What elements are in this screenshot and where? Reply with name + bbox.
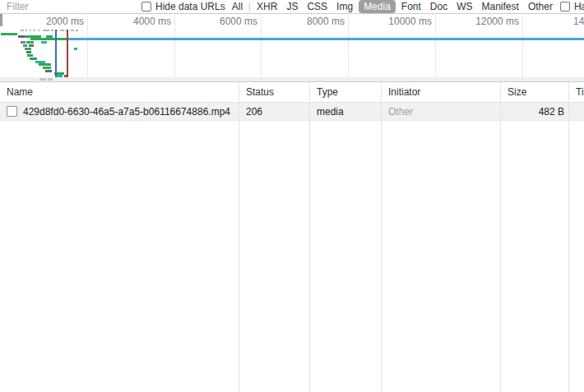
table-filler-column-time <box>569 121 584 392</box>
filter-tab-img[interactable]: Img <box>336 1 353 12</box>
filter-tab-js[interactable]: JS <box>286 1 298 12</box>
waterfall-bar <box>30 38 67 40</box>
waterfall-bar <box>21 41 25 44</box>
network-filter-toolbar: Hide data URLs AllXHRJSCSSImgMediaFontDo… <box>0 0 584 14</box>
table-filler-column-name <box>0 121 239 392</box>
table-filler-column-type <box>310 121 382 392</box>
overview-top-tick <box>76 30 78 31</box>
overview-top-tick <box>38 30 39 31</box>
waterfall-bar <box>67 38 584 40</box>
waterfall-bar <box>45 70 52 72</box>
overview-bottom-strip <box>0 77 584 81</box>
column-header-name[interactable]: Name <box>0 82 239 103</box>
filter-tab-doc[interactable]: Doc <box>430 1 447 12</box>
timeline-gridline <box>522 15 523 77</box>
request-cell-size[interactable]: 482 B <box>501 103 569 121</box>
overview-bottom-mark <box>39 78 46 81</box>
request-cell-status[interactable]: 206 <box>239 103 310 121</box>
timeline-gridline <box>261 15 262 77</box>
column-header-status[interactable]: Status <box>239 82 310 103</box>
waterfall-bar <box>27 54 33 57</box>
waterfall-bar <box>30 58 37 60</box>
timeline-tick-label: 6000 ms <box>220 16 257 27</box>
timeline-tick-label: 2000 ms <box>46 16 84 27</box>
filter-input[interactable] <box>7 1 134 12</box>
filter-tab-font[interactable]: Font <box>401 1 421 12</box>
overview-top-tick <box>43 30 49 31</box>
timeline-gridline <box>348 15 349 77</box>
load-event-line <box>67 30 68 77</box>
overview-scroll-handle[interactable] <box>0 14 2 26</box>
timeline-tick-label: 4000 ms <box>133 16 171 27</box>
table-filler-column-status <box>239 121 310 392</box>
table-filler-column-size <box>501 121 569 392</box>
hide-data-urls-checkbox[interactable] <box>141 2 151 12</box>
waterfall-bar <box>41 41 47 44</box>
filter-tab-ws[interactable]: WS <box>457 1 472 12</box>
request-cell-initiator[interactable]: Other <box>382 103 501 121</box>
waterfall-bar <box>56 75 63 77</box>
waterfall-bar <box>18 35 25 38</box>
column-header-time[interactable]: Ti <box>569 82 584 103</box>
filter-tab-xhr[interactable]: XHR <box>257 1 277 12</box>
waterfall-bar <box>26 51 31 53</box>
column-header-type[interactable]: Type <box>310 82 382 103</box>
filter-tab-all[interactable]: All <box>232 1 243 12</box>
request-cell-name[interactable]: 429d8fd0-6630-46a5-a7a5-b06116674886.mp4 <box>0 103 239 121</box>
overview-top-tick <box>60 30 64 31</box>
column-header-initiator[interactable]: Initiator <box>382 82 501 103</box>
table-filler-column-initiator <box>382 121 501 392</box>
has-filter-toggle[interactable]: Has <box>560 1 584 12</box>
timeline-tick-label: 14 <box>573 16 584 27</box>
filter-tab-other[interactable]: Other <box>528 1 553 12</box>
overview-top-tick <box>71 30 74 31</box>
request-cell-time[interactable] <box>569 103 584 121</box>
timeline-gridline <box>435 15 436 77</box>
overview-top-tick <box>34 30 35 31</box>
hide-data-urls-toggle[interactable]: Hide data URLs <box>141 1 225 12</box>
waterfall-bar <box>23 44 27 47</box>
overview[interactable]: 2000 ms4000 ms6000 ms8000 ms10000 ms1200… <box>0 14 584 82</box>
waterfall-bar <box>43 67 51 69</box>
filter-tab-media[interactable]: Media <box>359 0 396 13</box>
timeline-tick-label: 8000 ms <box>307 16 345 27</box>
request-checkbox[interactable] <box>7 106 17 117</box>
filter-tabs: AllXHRJSCSSImgMediaFontDocWSManifestOthe… <box>232 0 553 13</box>
network-panel: Hide data URLs AllXHRJSCSSImgMediaFontDo… <box>0 0 584 392</box>
waterfall-bar <box>26 41 34 44</box>
requests-table: NameStatusTypeInitiatorSizeTi429d8fd0-66… <box>0 82 584 392</box>
overview-top-tick <box>25 30 27 31</box>
has-label: Has <box>574 1 584 12</box>
requests-table-wrap: NameStatusTypeInitiatorSizeTi429d8fd0-66… <box>0 82 584 392</box>
filter-tab-css[interactable]: CSS <box>307 1 327 12</box>
has-checkbox[interactable] <box>560 2 570 12</box>
overview-top-tick <box>51 30 53 31</box>
request-cell-type[interactable]: media <box>310 103 382 121</box>
hide-data-urls-label: Hide data URLs <box>155 1 225 12</box>
waterfall-bar <box>39 63 51 66</box>
timeline-tick-label: 12000 ms <box>475 16 519 27</box>
domcontentloaded-line <box>55 30 57 77</box>
column-header-size[interactable]: Size <box>501 82 569 103</box>
filter-tab-manifest[interactable]: Manifest <box>482 1 519 12</box>
timeline-gridline <box>174 15 175 77</box>
timeline-tick-label: 10000 ms <box>388 16 432 27</box>
request-name-text: 429d8fd0-6630-46a5-a7a5-b06116674886.mp4 <box>23 106 230 118</box>
filter-tabs-divider <box>249 2 250 12</box>
overview-top-tick <box>21 30 24 31</box>
waterfall-bar <box>1 33 17 35</box>
overview-top-tick <box>30 30 31 31</box>
timeline-gridline <box>87 15 88 77</box>
waterfall-bar <box>74 48 77 50</box>
overview-bottom-mark <box>48 78 53 81</box>
waterfall-bar <box>29 44 34 47</box>
waterfall-bar <box>25 48 31 50</box>
